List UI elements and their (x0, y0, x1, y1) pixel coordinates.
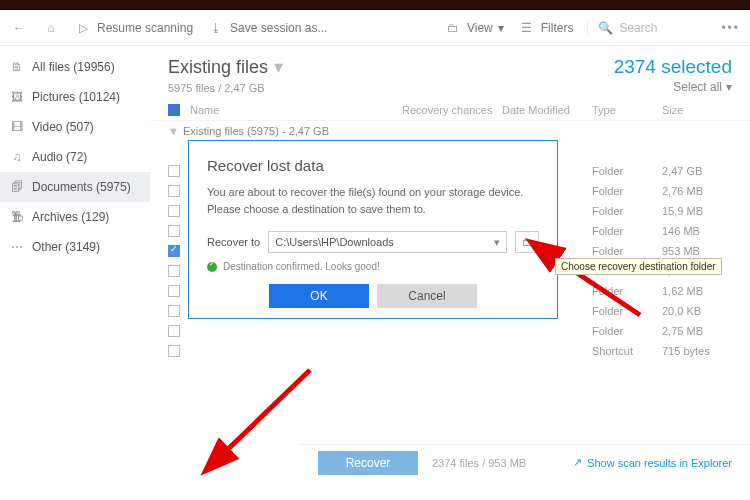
filters-label: Filters (541, 21, 574, 35)
browse-folder-button[interactable]: 🗀 (515, 231, 539, 253)
svg-line-1 (222, 370, 310, 455)
back-button[interactable]: ← (10, 19, 28, 37)
external-link-icon: ↗ (573, 456, 582, 469)
footer: Recover 2374 files / 953 MB ↗ Show scan … (300, 444, 750, 480)
search-input[interactable]: 🔍 Search (587, 21, 707, 35)
group-row[interactable]: ▼ Existing files (5975) - 2,47 GB (150, 121, 750, 141)
play-icon: ▷ (74, 19, 92, 37)
chevron-down-icon: ▾ (726, 80, 732, 94)
collapse-icon[interactable]: ▼ (168, 125, 179, 137)
row-checkbox[interactable] (168, 265, 180, 277)
chevron-down-icon: ▾ (274, 56, 283, 78)
dialog-title: Recover lost data (207, 157, 539, 174)
view-label: View (467, 21, 493, 35)
picture-icon: 🖼 (10, 90, 24, 104)
window-titlebar (0, 0, 750, 10)
more-menu[interactable]: ••• (721, 21, 740, 35)
row-checkbox[interactable] (168, 205, 180, 217)
sidebar-item-archives[interactable]: 🗜Archives (129) (0, 202, 150, 232)
browse-tooltip: Choose recovery destination folder (555, 258, 722, 275)
check-icon (207, 262, 217, 272)
ok-button[interactable]: OK (269, 284, 369, 308)
table-row[interactable]: Shortcut715 bytes (150, 341, 750, 361)
select-all-link[interactable]: Select all ▾ (614, 80, 732, 94)
folder-icon: 🗀 (444, 19, 462, 37)
col-size[interactable]: Size (662, 104, 732, 116)
page-title[interactable]: Existing files ▾ (168, 56, 283, 78)
sidebar: 🗎All files (19956) 🖼Pictures (10124) 🎞Vi… (0, 46, 150, 490)
destination-confirm-text: Destination confirmed. Looks good! (223, 261, 380, 272)
file-icon: 🗎 (10, 60, 24, 74)
row-checkbox[interactable] (168, 345, 180, 357)
sidebar-item-pictures[interactable]: 🖼Pictures (10124) (0, 82, 150, 112)
col-type[interactable]: Type (592, 104, 662, 116)
search-placeholder: Search (619, 21, 657, 35)
sidebar-item-video[interactable]: 🎞Video (507) (0, 112, 150, 142)
selected-count: 2374 selected (614, 56, 732, 78)
col-name[interactable]: Name (190, 104, 402, 116)
page-subtitle: 5975 files / 2,47 GB (168, 82, 283, 94)
save-session-button[interactable]: ⭳ Save session as... (207, 19, 327, 37)
col-date[interactable]: Date Modified (502, 104, 592, 116)
sidebar-item-allfiles[interactable]: 🗎All files (19956) (0, 52, 150, 82)
home-button[interactable]: ⌂ (42, 19, 60, 37)
recover-dialog: Recover lost data You are about to recov… (188, 140, 558, 319)
cancel-button[interactable]: Cancel (377, 284, 477, 308)
save-label: Save session as... (230, 21, 327, 35)
archive-icon: 🗜 (10, 210, 24, 224)
row-checkbox[interactable] (168, 285, 180, 297)
other-icon: ⋯ (10, 240, 24, 254)
audio-icon: ♫ (10, 150, 24, 164)
folder-icon: 🗀 (522, 236, 533, 248)
destination-path: C:\Users\HP\Downloads (275, 236, 394, 248)
save-icon: ⭳ (207, 19, 225, 37)
footer-stats: 2374 files / 953 MB (432, 457, 526, 469)
row-checkbox[interactable] (168, 325, 180, 337)
chevron-down-icon: ▾ (494, 236, 500, 249)
sidebar-item-other[interactable]: ⋯Other (3149) (0, 232, 150, 262)
row-checkbox[interactable] (168, 165, 180, 177)
video-icon: 🎞 (10, 120, 24, 134)
filters-button[interactable]: ☰ Filters (518, 19, 574, 37)
sidebar-item-audio[interactable]: ♫Audio (72) (0, 142, 150, 172)
row-checkbox[interactable] (168, 245, 180, 257)
resume-scanning-button[interactable]: ▷ Resume scanning (74, 19, 193, 37)
search-icon: 🔍 (598, 21, 613, 35)
show-in-explorer-link[interactable]: ↗ Show scan results in Explorer (573, 456, 732, 469)
select-all-checkbox[interactable] (168, 104, 180, 116)
sidebar-item-documents[interactable]: 🗐Documents (5975) (0, 172, 150, 202)
dialog-body: You are about to recover the file(s) fou… (207, 184, 539, 217)
toolbar: ← ⌂ ▷ Resume scanning ⭳ Save session as.… (0, 10, 750, 46)
sliders-icon: ☰ (518, 19, 536, 37)
col-recovery[interactable]: Recovery chances (402, 104, 502, 116)
resume-label: Resume scanning (97, 21, 193, 35)
row-checkbox[interactable] (168, 305, 180, 317)
column-headers: Name Recovery chances Date Modified Type… (150, 100, 750, 121)
table-row[interactable]: Folder2,75 MB (150, 321, 750, 341)
row-checkbox[interactable] (168, 225, 180, 237)
content-header: Existing files ▾ 5975 files / 2,47 GB 23… (150, 46, 750, 100)
recover-to-label: Recover to (207, 236, 260, 248)
document-icon: 🗐 (10, 180, 24, 194)
destination-dropdown[interactable]: C:\Users\HP\Downloads ▾ (268, 231, 507, 253)
recover-button[interactable]: Recover (318, 451, 418, 475)
view-dropdown[interactable]: 🗀 View ▾ (444, 19, 504, 37)
chevron-down-icon: ▾ (498, 21, 504, 35)
annotation-arrow (210, 360, 330, 474)
row-checkbox[interactable] (168, 185, 180, 197)
